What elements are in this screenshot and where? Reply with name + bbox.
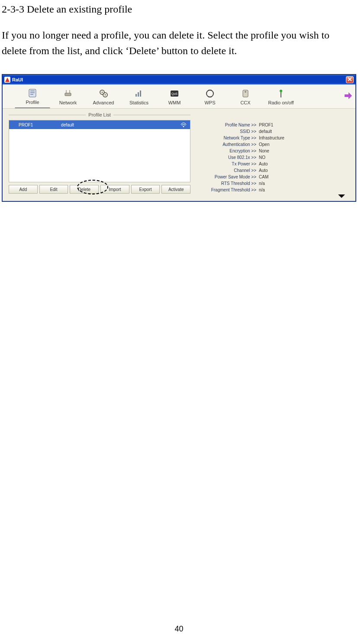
profile-list[interactable]: PROF1 default [9, 120, 190, 182]
svg-rect-2 [30, 92, 35, 93]
activate-button[interactable]: Activate [161, 185, 190, 194]
statistics-icon [133, 88, 145, 99]
close-icon [348, 77, 352, 82]
detail-label: Tx Power >> [202, 161, 256, 167]
tab-statistics[interactable]: Statistics [121, 84, 157, 108]
detail-channel: Channel >> Auto [202, 167, 345, 174]
window-title: RaUI [12, 77, 23, 82]
svg-rect-11 [135, 94, 137, 97]
titlebar-left: RaUI [4, 77, 23, 83]
svg-point-19 [280, 90, 282, 92]
signal-icon [177, 122, 190, 127]
wps-icon [204, 88, 216, 99]
toolbar-spacer [3, 84, 15, 108]
profile-ssid: default [57, 123, 177, 127]
detail-label: Use 802.1x >> [202, 154, 256, 161]
svg-rect-13 [140, 91, 141, 97]
tab-wps[interactable]: WPS [192, 84, 228, 108]
svg-point-16 [206, 90, 213, 97]
svg-rect-1 [30, 91, 35, 91]
tab-network[interactable]: Network [50, 84, 86, 108]
ccx-icon [240, 88, 251, 99]
page-number: 40 [0, 625, 358, 634]
detail-encryption: Encryption >> None [202, 148, 345, 154]
divider [9, 115, 86, 115]
profile-details-panel: Profile Name >> PROF1 SSID >> default Ne… [190, 112, 349, 195]
tab-label: Statistics [129, 100, 148, 105]
tab-profile[interactable]: Profile [15, 84, 50, 108]
detail-value: Infrastructure [256, 135, 284, 141]
close-button[interactable] [346, 76, 354, 83]
detail-value: n/a [256, 187, 265, 193]
add-button[interactable]: Add [9, 185, 38, 194]
import-button[interactable]: Import [100, 185, 129, 194]
tab-label: Advanced [93, 100, 114, 105]
tab-label: Radio on/off [268, 100, 293, 105]
detail-value: Auto [256, 167, 268, 174]
delete-button[interactable]: Delete [70, 185, 99, 194]
tab-ccx[interactable]: CCX [228, 84, 263, 108]
wmm-icon: QoS [169, 88, 180, 99]
detail-label: Fragment Threshold >> [202, 187, 256, 193]
detail-txpower: Tx Power >> Auto [202, 161, 345, 167]
detail-label: Channel >> [202, 167, 256, 174]
detail-8021x: Use 802.1x >> NO [202, 154, 345, 161]
tab-advanced[interactable]: Advanced [86, 84, 121, 108]
detail-network-type: Network Type >> Infrastructure [202, 135, 345, 141]
chevron-down-icon [337, 193, 346, 201]
profile-icon [27, 87, 38, 99]
svg-rect-4 [65, 93, 71, 96]
content-area: Profile List PROF1 default Add Edit Dele… [3, 109, 355, 201]
tab-radio[interactable]: Radio on/off [263, 84, 299, 108]
detail-value: CAM [256, 174, 268, 180]
svg-rect-3 [30, 94, 33, 95]
tab-label: CCX [240, 100, 250, 105]
tab-label: WMM [168, 100, 181, 105]
export-button[interactable]: Export [131, 185, 160, 194]
toolbar-next-button[interactable] [341, 84, 355, 108]
advanced-icon [98, 88, 109, 99]
detail-value: Open [256, 141, 269, 148]
edit-button[interactable]: Edit [39, 185, 68, 194]
app-icon [4, 77, 10, 83]
svg-point-9 [102, 91, 103, 93]
detail-label: Encryption >> [202, 148, 256, 154]
detail-label: Profile Name >> [202, 122, 256, 128]
app-window: RaUI Profile Network Advanced [2, 74, 356, 202]
toolbar: Profile Network Advanced Statistics QoS … [3, 84, 355, 109]
detail-label: Power Save Mode >> [202, 174, 256, 180]
titlebar: RaUI [3, 75, 355, 84]
detail-powersave: Power Save Mode >> CAM [202, 174, 345, 180]
detail-label: SSID >> [202, 128, 256, 135]
detail-value: n/a [256, 180, 265, 187]
svg-point-18 [245, 91, 246, 93]
detail-label: Authentication >> [202, 141, 256, 148]
detail-value: PROF1 [256, 122, 273, 128]
detail-value: NO [256, 154, 265, 161]
detail-rts: RTS Threshold >> n/a [202, 180, 345, 187]
svg-rect-12 [138, 92, 139, 97]
detail-label: RTS Threshold >> [202, 180, 256, 187]
button-row: Add Edit Delete Import Export Activate [9, 185, 190, 194]
detail-profile-name: Profile Name >> PROF1 [202, 122, 345, 128]
section-heading: 2-3-3 Delete an existing profile [2, 3, 356, 15]
svg-point-10 [105, 94, 106, 95]
svg-point-21 [183, 126, 184, 127]
detail-authentication: Authentication >> Open [202, 141, 345, 148]
profile-row-selected[interactable]: PROF1 default [9, 120, 190, 129]
tab-label: Profile [26, 100, 39, 105]
profile-list-title: Profile List [88, 112, 110, 117]
group-header: Profile List [9, 112, 190, 117]
profile-name: PROF1 [9, 123, 57, 127]
tab-wmm[interactable]: QoS WMM [157, 84, 192, 108]
detail-fragment: Fragment Threshold >> n/a [202, 187, 345, 193]
tab-label: WPS [204, 100, 215, 105]
detail-value: None [256, 148, 269, 154]
expand-button[interactable] [335, 193, 348, 200]
divider [113, 115, 190, 115]
section-body: If you no longer need a profile, you can… [2, 27, 356, 58]
detail-value: default [256, 128, 272, 135]
profile-list-panel: Profile List PROF1 default Add Edit Dele… [9, 112, 190, 195]
detail-ssid: SSID >> default [202, 128, 345, 135]
tab-label: Network [59, 100, 77, 105]
